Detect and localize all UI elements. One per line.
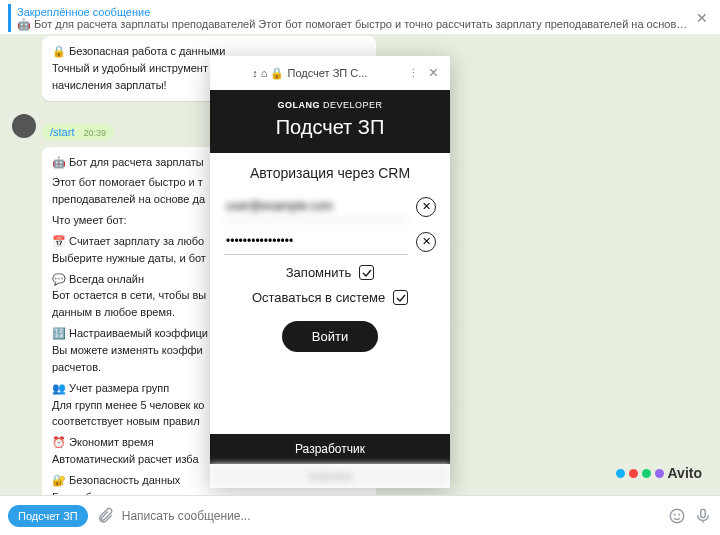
dot-icon (642, 469, 651, 478)
form-title: Авторизация через CRM (224, 165, 436, 181)
clear-icon[interactable]: ✕ (416, 197, 436, 217)
login-input[interactable] (224, 193, 408, 220)
checkbox-icon (393, 290, 408, 305)
close-icon[interactable]: ✕ (692, 10, 712, 26)
message-time: 20:39 (84, 128, 107, 138)
command-link[interactable]: /start (50, 126, 74, 138)
svg-point-2 (679, 514, 680, 515)
mic-icon[interactable] (694, 507, 712, 525)
webapp-panel: ↕ ⌂ 🔒 Подсчет ЗП С... ⋮ × GOLANG DEVELOP… (210, 56, 450, 488)
watermark-text: Avito (668, 465, 702, 481)
dot-icon (629, 469, 638, 478)
dot-icon (616, 469, 625, 478)
remember-checkbox[interactable]: Запомнить (224, 265, 436, 280)
stay-logged-checkbox[interactable]: Оставаться в системе (224, 290, 436, 305)
banner-title: Подсчет ЗП (214, 116, 446, 139)
password-input[interactable] (224, 228, 408, 255)
attach-icon[interactable] (96, 507, 114, 525)
pinned-body: Закреплённое сообщение 🤖 Бот для расчета… (17, 6, 692, 31)
stay-label: Оставаться в системе (252, 290, 385, 305)
svg-point-0 (670, 509, 684, 523)
svg-point-1 (674, 514, 675, 515)
pinned-indicator (8, 4, 11, 32)
pinned-text: 🤖 Бот для расчета зарплаты преподавателе… (17, 18, 692, 31)
svg-rect-3 (701, 509, 706, 517)
pinned-title: Закреплённое сообщение (17, 6, 692, 18)
brand-label: GOLANG DEVELOPER (214, 100, 446, 110)
avatar[interactable] (12, 114, 36, 138)
sent-message: /start 20:39 (42, 124, 114, 140)
webapp-header: ↕ ⌂ 🔒 Подсчет ЗП С... ⋮ × (210, 56, 450, 90)
close-icon[interactable]: × (425, 64, 442, 82)
footer-blurred: redacted (210, 464, 450, 488)
login-field-row: ✕ (224, 193, 436, 220)
pinned-message[interactable]: Закреплённое сообщение 🤖 Бот для расчета… (0, 0, 720, 37)
dot-icon (655, 469, 664, 478)
checkbox-icon (359, 265, 374, 280)
webapp-title: ↕ ⌂ 🔒 Подсчет ЗП С... (218, 67, 402, 80)
menu-icon[interactable]: ⋮ (402, 67, 425, 80)
message-input[interactable] (122, 509, 660, 523)
developer-link[interactable]: Разработчик (210, 434, 450, 464)
emoji-icon[interactable] (668, 507, 686, 525)
webapp-banner: GOLANG DEVELOPER Подсчет ЗП (210, 90, 450, 153)
message-input-bar: Подсчет ЗП (0, 495, 720, 535)
remember-label: Запомнить (286, 265, 351, 280)
avito-watermark: Avito (616, 465, 702, 481)
auth-form: Авторизация через CRM ✕ ✕ Запомнить Оста… (210, 153, 450, 434)
login-button[interactable]: Войти (282, 321, 378, 352)
bot-menu-button[interactable]: Подсчет ЗП (8, 505, 88, 527)
clear-icon[interactable]: ✕ (416, 232, 436, 252)
password-field-row: ✕ (224, 228, 436, 255)
